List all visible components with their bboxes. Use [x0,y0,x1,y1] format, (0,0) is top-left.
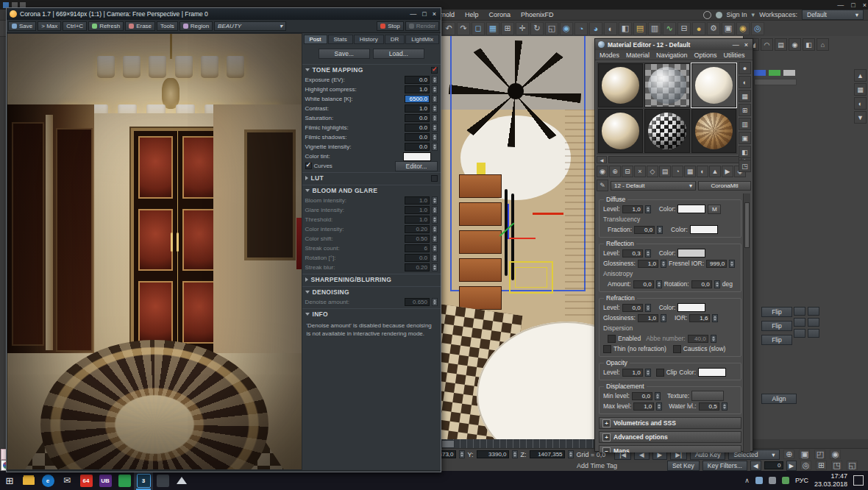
orbit-view-icon[interactable]: ◉ [830,450,841,459]
section-tone-mapping[interactable]: TONE MAPPING [302,64,441,75]
material-name-select[interactable]: 12 - Default▾ [611,181,696,191]
show-end-result-icon[interactable]: ◐ [697,166,708,177]
current-frame-field[interactable]: 0 [764,461,783,469]
door-plan-4[interactable] [459,258,502,282]
me-scrollbar[interactable] [743,193,750,452]
action-center-icon[interactable] [853,475,864,486]
set-key-button[interactable]: Set Key [667,461,700,471]
taskbar-purple-app-icon[interactable]: UB [96,471,115,490]
clock[interactable]: 17:47 23.03.2018 [814,472,847,489]
rotation-field[interactable]: 0.0 [405,254,430,262]
axis-button-6[interactable] [808,329,819,338]
me-close-button[interactable]: × [744,41,748,49]
filmic-shadows-field[interactable]: 0.0 [405,133,430,141]
advanced-options-rollout[interactable]: +Advanced options [599,431,741,443]
panel-scroll-icon-4[interactable]: ▼ [854,111,867,124]
sample-type-icon[interactable]: ● [739,62,751,74]
options-icon[interactable]: ◧ [739,146,751,158]
opacity-level-field[interactable]: 1,0 [622,369,643,377]
exposure-spinner[interactable] [432,76,438,84]
denoise-amount-spinner[interactable] [432,298,438,306]
filmic-shadows-spinner[interactable] [432,133,438,141]
motion-tab-icon[interactable]: ◉ [789,38,801,51]
reflection-glossiness-spinner[interactable] [661,260,666,268]
vfb-tab-history[interactable]: History [354,35,384,44]
redo-icon[interactable]: ↷ [457,22,470,35]
search-icon[interactable] [703,11,711,19]
sample-slot-2[interactable] [644,63,689,107]
white-balance-field[interactable]: 6500.0 [405,95,430,103]
taskbar-green-app-icon[interactable] [115,471,134,490]
white-balance-spinner[interactable] [432,95,438,103]
percent-snap-icon[interactable]: ◕ [589,22,602,35]
color-intensity-field[interactable]: 0.20 [405,225,430,233]
streak-blur-spinner[interactable] [432,263,438,271]
flip-y-button[interactable]: Flip [761,321,792,331]
panel-scroll-icon-3[interactable]: ◐ [854,97,867,110]
zoom-region-icon[interactable]: ▣ [799,450,810,459]
rotate-icon[interactable]: ↻ [530,22,544,35]
vfb-tab-lightmix[interactable]: LightMix [405,35,439,44]
section-denoising[interactable]: DENOISING [302,286,441,297]
menu-help[interactable]: Help [460,11,484,18]
video-color-check-icon[interactable]: ▥ [739,118,751,130]
section-bloom-glare[interactable]: BLOOM AND GLARE [302,185,441,196]
select-by-material-icon[interactable]: ◳ [739,160,751,172]
modify-tab-icon[interactable]: ◠ [761,38,773,51]
display-tab-icon[interactable]: ◧ [803,38,815,51]
color-tint-swatch[interactable] [403,152,431,161]
scale-icon[interactable]: ◱ [545,22,558,35]
curves-checkbox[interactable] [305,163,312,169]
anisotropy-rotation-spinner[interactable] [714,280,720,288]
vfb-maximize-button[interactable]: □ [422,10,426,18]
min-level-spinner[interactable] [655,392,661,400]
threshold-spinner[interactable] [432,216,438,224]
panel-scroll-icon-1[interactable]: ▲ [854,69,867,82]
panel-scroll-icon-2[interactable]: ▦ [854,83,867,96]
clip-checkbox[interactable] [656,369,664,377]
ior-spinner[interactable] [712,314,718,322]
vfb-tab-stats[interactable]: Stats [328,35,353,44]
z-coordinate-field[interactable]: 1407,355 [530,450,565,458]
refraction-glossiness-field[interactable]: 1,0 [638,314,658,322]
contrast-field[interactable]: 1.0 [405,104,430,113]
generate-preview-icon[interactable]: ▣ [739,132,751,144]
zoom-extents-icon[interactable]: ⊕ [783,450,794,459]
fresnel-ior-spinner[interactable] [729,260,735,268]
texture-button[interactable] [691,391,724,401]
hierarchy-tab-icon[interactable]: ▤ [775,38,787,51]
align-icon[interactable]: ◧ [619,22,632,35]
highlight-compress-field[interactable]: 1.0 [405,85,430,93]
sample-scroll-left-icon[interactable]: ◀ [597,156,607,163]
maps-rollout[interactable]: −Maps [599,445,741,452]
axis-button-5[interactable] [794,329,805,338]
y-spinner[interactable] [512,450,518,458]
vfb-tab-dr[interactable]: DR [385,35,405,44]
sample-slot-3-active[interactable] [691,63,736,107]
angle-snap-icon[interactable]: ◔ [574,22,588,35]
max-level-field[interactable]: 1,0 [633,402,654,411]
language-indicator[interactable]: РУС [795,477,808,484]
section-info[interactable]: INFO [302,308,441,319]
reflection-level-field[interactable]: 0,3 [622,249,643,258]
vfb-copy-button[interactable]: Ctrl+C [63,21,87,31]
me-menu-modes[interactable]: Modes [600,52,619,59]
window-maximize-button[interactable]: □ [851,1,855,9]
anisotropy-amount-spinner[interactable] [656,280,662,288]
dispersion-enabled-checkbox[interactable] [608,335,616,343]
opacity-color-swatch[interactable] [698,368,726,377]
axis-button-4[interactable] [808,318,819,327]
show-map-icon[interactable]: ▦ [684,166,696,177]
diffuse-color-swatch[interactable] [677,205,705,213]
add-time-tag[interactable]: Add Time Tag [577,462,617,469]
zoom-icon[interactable]: ◎ [800,461,811,470]
assign-to-selection-icon[interactable]: ⊟ [622,166,633,177]
abbe-number-spinner[interactable] [711,335,716,343]
vfb-render-button[interactable]: Render [405,21,439,31]
diffuse-level-field[interactable]: 1,0 [622,205,643,213]
translucency-color-swatch[interactable] [690,225,718,234]
exposure-field[interactable]: 0.0 [405,76,430,84]
axis-button-1[interactable] [794,307,805,316]
taskbar-dark-app-icon[interactable] [153,471,172,490]
filmic-highlights-field[interactable]: 0.0 [405,124,430,132]
